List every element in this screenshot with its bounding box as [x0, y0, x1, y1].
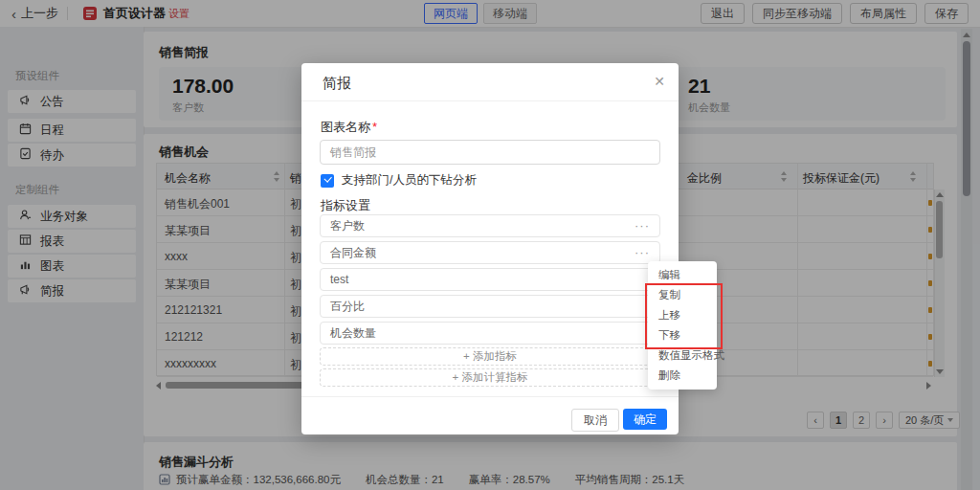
menu-item-move-up[interactable]: 上移 [648, 305, 717, 325]
metric-row-opportunity-count[interactable]: 机会数量 [320, 322, 660, 345]
more-actions-icon[interactable]: ··· [635, 248, 650, 257]
menu-item-number-format[interactable]: 数值显示格式 [648, 345, 717, 366]
cancel-button[interactable]: 取消 [571, 409, 619, 432]
metric-row-label: 百分比 [330, 299, 365, 315]
menu-item-delete[interactable]: 删除 [648, 366, 717, 386]
chart-name-label-text: 图表名称 [321, 120, 370, 134]
menu-item-copy[interactable]: 复制 [648, 285, 717, 305]
drilldown-checkbox-row[interactable]: 支持部门/人员的下钻分析 [321, 172, 477, 189]
metric-row-contract-amount[interactable]: 合同金额 ··· [320, 241, 660, 264]
close-icon[interactable]: ✕ [654, 74, 665, 89]
metrics-settings-label: 指标设置 [321, 197, 370, 214]
chart-name-value: 销售简报 [330, 145, 376, 161]
confirm-button[interactable]: 确定 [623, 409, 667, 430]
page: ‹ 上一步 首页设计器 设置 网页端 移动端 退出 同步至移动端 布局属性 保存… [0, 0, 980, 490]
metric-row-label: 机会数量 [330, 325, 376, 342]
metric-row-test[interactable]: test [320, 268, 660, 291]
add-calc-metric-button[interactable]: + 添加计算指标 [320, 368, 660, 387]
chart-name-input[interactable]: 销售简报 [320, 140, 660, 165]
checkbox-checked-icon[interactable] [321, 174, 334, 188]
modal-title: 简报 [323, 75, 351, 93]
modal-footer: 取消 确定 [301, 396, 679, 434]
brief-settings-modal: 简报 ✕ 图表名称* 销售简报 支持部门/人员的下钻分析 指标设置 客户数 ··… [301, 63, 679, 434]
chart-name-label: 图表名称* [321, 119, 377, 136]
more-actions-icon[interactable]: ··· [635, 221, 650, 231]
modal-header: 简报 ✕ [301, 63, 679, 101]
metric-row-customers[interactable]: 客户数 ··· [320, 214, 660, 237]
metric-row-label: test [330, 273, 348, 286]
checkbox-label: 支持部门/人员的下钻分析 [342, 172, 477, 189]
menu-item-edit[interactable]: 编辑 [648, 265, 717, 285]
metric-row-label: 合同金额 [330, 245, 376, 261]
metric-context-menu: 编辑 复制 上移 下移 数值显示格式 删除 [648, 261, 717, 390]
metric-row-label: 客户数 [330, 218, 365, 234]
required-mark: * [372, 120, 377, 134]
metric-row-percentage[interactable]: 百分比 [320, 295, 660, 318]
add-metric-button[interactable]: + 添加指标 [320, 347, 660, 366]
menu-item-move-down[interactable]: 下移 [648, 325, 717, 345]
